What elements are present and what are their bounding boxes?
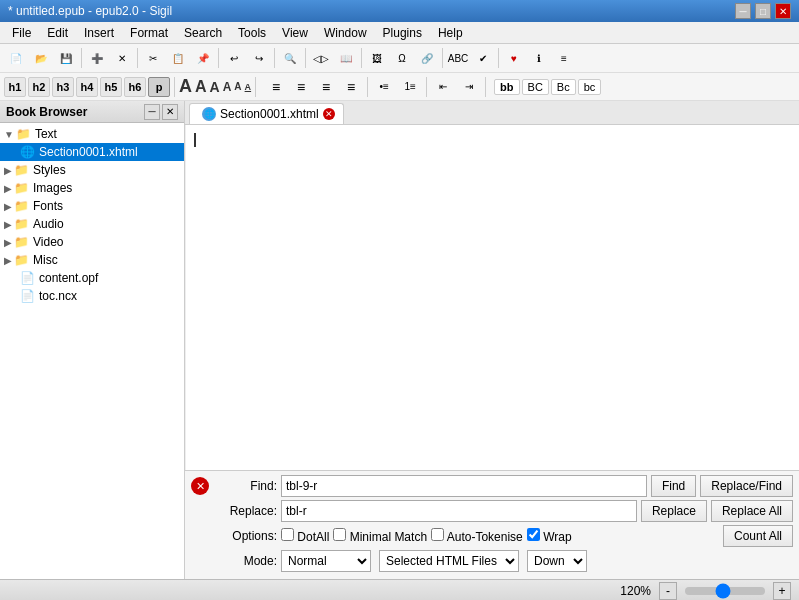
menu-insert[interactable]: Insert [76, 24, 122, 42]
zoom-reduce-button[interactable]: - [659, 582, 677, 600]
delete-button[interactable]: ✕ [110, 46, 134, 70]
tree-item-video-folder[interactable]: ▶ 📁 Video [0, 233, 184, 251]
menu-format[interactable]: Format [122, 24, 176, 42]
code-view-button[interactable]: ◁▷ [309, 46, 333, 70]
insert-link-button[interactable]: 🔗 [415, 46, 439, 70]
ul-button[interactable]: •≡ [372, 75, 396, 99]
panel-minimize-button[interactable]: ─ [144, 104, 160, 120]
close-window-button[interactable]: ✕ [775, 3, 791, 19]
info-button[interactable]: ℹ [527, 46, 551, 70]
option-dotall[interactable]: DotAll [281, 528, 329, 544]
count-all-button[interactable]: Count All [723, 525, 793, 547]
copy-button[interactable]: 📋 [166, 46, 190, 70]
scope-select[interactable]: Selected HTML Files All HTML Files Curre… [379, 550, 519, 572]
undo-button[interactable]: ↩ [222, 46, 246, 70]
underline-label[interactable]: Bc [551, 79, 576, 95]
new-button[interactable]: 📄 [4, 46, 28, 70]
option-minimal-match[interactable]: Minimal Match [333, 528, 427, 544]
ol-button[interactable]: 1≡ [398, 75, 422, 99]
tree-item-fonts-folder[interactable]: ▶ 📁 Fonts [0, 197, 184, 215]
tab-close-button[interactable]: ✕ [323, 108, 335, 120]
menu-view[interactable]: View [274, 24, 316, 42]
menu-search[interactable]: Search [176, 24, 230, 42]
insert-image-button[interactable]: 🖼 [365, 46, 389, 70]
paste-button[interactable]: 📌 [191, 46, 215, 70]
replace-button[interactable]: Replace [641, 500, 707, 522]
h6-button[interactable]: h6 [124, 77, 146, 97]
font-size-smaller[interactable]: A [234, 81, 241, 92]
menu-tools[interactable]: Tools [230, 24, 274, 42]
replace-all-button[interactable]: Replace All [711, 500, 793, 522]
spell-check-button[interactable]: ABC [446, 46, 470, 70]
indent-button[interactable]: ⇥ [457, 75, 481, 99]
find-button[interactable]: Find [651, 475, 696, 497]
find-input[interactable] [281, 475, 647, 497]
menu-plugins[interactable]: Plugins [375, 24, 430, 42]
options-label: Options: [217, 529, 277, 543]
font-size-small[interactable]: A [223, 80, 232, 94]
open-button[interactable]: 📂 [29, 46, 53, 70]
minimal-match-checkbox[interactable] [333, 528, 346, 541]
save-button[interactable]: 💾 [54, 46, 78, 70]
tree-item-styles-folder[interactable]: ▶ 📁 Styles [0, 161, 184, 179]
menu-help[interactable]: Help [430, 24, 471, 42]
preview-button[interactable]: ♥ [502, 46, 526, 70]
editor-area[interactable] [185, 125, 799, 470]
h5-button[interactable]: h5 [100, 77, 122, 97]
italic-label[interactable]: BC [522, 79, 549, 95]
menu-edit[interactable]: Edit [39, 24, 76, 42]
wrap-checkbox[interactable] [527, 528, 540, 541]
tree-item-audio-folder[interactable]: ▶ 📁 Audio [0, 215, 184, 233]
font-size-medium[interactable]: A [210, 79, 220, 95]
panel-close-button[interactable]: ✕ [162, 104, 178, 120]
zoom-slider[interactable] [685, 587, 765, 595]
tree-label-section0001: Section0001.xhtml [39, 145, 138, 159]
paragraph-button[interactable]: p [148, 77, 170, 97]
align-center-button[interactable]: ≡ [289, 75, 313, 99]
align-justify-button[interactable]: ≡ [339, 75, 363, 99]
metadata-button[interactable]: ≡ [552, 46, 576, 70]
outdent-button[interactable]: ⇤ [431, 75, 455, 99]
align-left-button[interactable]: ≡ [264, 75, 288, 99]
dotall-checkbox[interactable] [281, 528, 294, 541]
strikethrough-label[interactable]: bc [578, 79, 602, 95]
replace-input[interactable] [281, 500, 637, 522]
replace-row: Replace: Replace Replace All [191, 500, 793, 522]
mode-select[interactable]: Normal Regex Spell Check [281, 550, 371, 572]
menu-file[interactable]: File [4, 24, 39, 42]
find-replace-close-button[interactable]: ✕ [191, 477, 209, 495]
auto-tokenise-checkbox[interactable] [431, 528, 444, 541]
h2-button[interactable]: h2 [28, 77, 50, 97]
h4-button[interactable]: h4 [76, 77, 98, 97]
option-wrap[interactable]: Wrap [527, 528, 572, 544]
font-size-large[interactable]: A [195, 78, 207, 96]
direction-select[interactable]: Down Up [527, 550, 587, 572]
tree-item-images-folder[interactable]: ▶ 📁 Images [0, 179, 184, 197]
h3-button[interactable]: h3 [52, 77, 74, 97]
book-view-button[interactable]: 📖 [334, 46, 358, 70]
minimize-button[interactable]: ─ [735, 3, 751, 19]
tree-item-misc-folder[interactable]: ▶ 📁 Misc [0, 251, 184, 269]
tree-item-text-folder[interactable]: ▼ 📁 Text [0, 125, 184, 143]
maximize-button[interactable]: □ [755, 3, 771, 19]
zoom-increase-button[interactable]: + [773, 582, 791, 600]
tree-item-section0001[interactable]: 🌐 Section0001.xhtml [0, 143, 184, 161]
tab-section0001[interactable]: 🌐 Section0001.xhtml ✕ [189, 103, 344, 124]
h1-button[interactable]: h1 [4, 77, 26, 97]
title-bar-title: * untitled.epub - epub2.0 - Sigil [8, 4, 172, 18]
add-file-button[interactable]: ➕ [85, 46, 109, 70]
font-size-largest[interactable]: A [179, 76, 192, 97]
menu-window[interactable]: Window [316, 24, 375, 42]
font-size-smallest[interactable]: A [245, 82, 252, 92]
find-button[interactable]: 🔍 [278, 46, 302, 70]
redo-button[interactable]: ↪ [247, 46, 271, 70]
tree-item-toc-ncx[interactable]: 📄 toc.ncx [0, 287, 184, 305]
tree-item-content-opf[interactable]: 📄 content.opf [0, 269, 184, 287]
option-auto-tokenise[interactable]: Auto-Tokenise [431, 528, 523, 544]
replace-find-button[interactable]: Replace/Find [700, 475, 793, 497]
align-right-button[interactable]: ≡ [314, 75, 338, 99]
cut-button[interactable]: ✂ [141, 46, 165, 70]
bold-label[interactable]: bb [494, 79, 519, 95]
validate-button[interactable]: ✔ [471, 46, 495, 70]
insert-special-button[interactable]: Ω [390, 46, 414, 70]
